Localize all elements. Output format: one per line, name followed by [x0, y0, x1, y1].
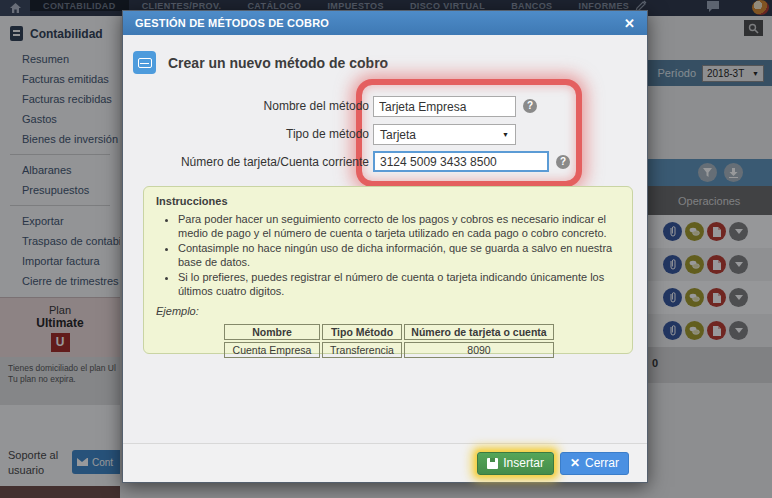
modal-heading: Crear un nuevo método de cobro: [133, 51, 388, 74]
method-type-value: Tarjeta: [380, 128, 416, 142]
method-name-input[interactable]: [373, 96, 516, 117]
cancel-button-label: Cerrar: [585, 456, 619, 470]
payment-methods-modal: GESTIÓN DE MÉTODOS DE COBRO ✕ Crear un n…: [122, 10, 648, 483]
example-label: Ejemplo:: [156, 305, 620, 317]
field-label-nombre: Nombre del método: [133, 96, 369, 117]
modal-header: GESTIÓN DE MÉTODOS DE COBRO ✕: [123, 11, 647, 35]
modal-heading-text: Crear un nuevo método de cobro: [168, 55, 388, 71]
instruction-bullet: Para poder hacer un seguimiento correcto…: [178, 213, 620, 240]
app-root: CONTABILIDAD CLIENTES/PROV. CATÁLOGO IMP…: [0, 0, 772, 498]
method-type-select[interactable]: Tarjeta ▼: [373, 124, 516, 145]
insert-button[interactable]: Insertar: [477, 452, 554, 475]
credit-card-icon: [133, 51, 156, 74]
example-col-nombre: Nombre: [224, 324, 320, 340]
example-cell-numero: 8090: [404, 342, 554, 358]
close-icon[interactable]: ✕: [624, 17, 635, 30]
save-icon: [487, 458, 498, 469]
example-table: Nombre Tipo Método Número de tarjeta o c…: [222, 322, 556, 360]
help-icon[interactable]: ?: [556, 155, 570, 169]
example-cell-nombre: Cuenta Empresa: [224, 342, 320, 358]
cancel-button[interactable]: ✕ Cerrar: [560, 452, 629, 475]
example-table-header-row: Nombre Tipo Método Número de tarjeta o c…: [224, 324, 554, 340]
chevron-down-icon: ▼: [502, 131, 509, 138]
example-col-numero: Número de tarjeta o cuenta: [404, 324, 554, 340]
example-cell-tipo: Transferencia: [322, 342, 402, 358]
field-label-numero: Número de tarjeta/Cuenta corriente: [133, 152, 369, 173]
example-table-row: Cuenta Empresa Transferencia 8090: [224, 342, 554, 358]
help-icon[interactable]: ?: [523, 99, 537, 113]
instructions-panel: Instrucciones Para poder hacer un seguim…: [143, 186, 633, 354]
insert-button-label: Insertar: [503, 456, 544, 470]
field-label-tipo: Tipo de método: [133, 124, 369, 145]
modal-footer: Insertar ✕ Cerrar: [123, 443, 647, 482]
instruction-bullet: Si lo prefieres, puedes registrar el núm…: [178, 271, 620, 298]
card-number-input[interactable]: [373, 151, 549, 172]
modal-title: GESTIÓN DE MÉTODOS DE COBRO: [135, 17, 329, 29]
example-col-tipo: Tipo Método: [322, 324, 402, 340]
instructions-title: Instrucciones: [156, 195, 620, 207]
close-x-icon: ✕: [570, 456, 580, 470]
instructions-list: Para poder hacer un seguimiento correcto…: [178, 213, 620, 298]
instruction-bullet: Contasimple no hace ningún uso de dicha …: [178, 242, 620, 269]
